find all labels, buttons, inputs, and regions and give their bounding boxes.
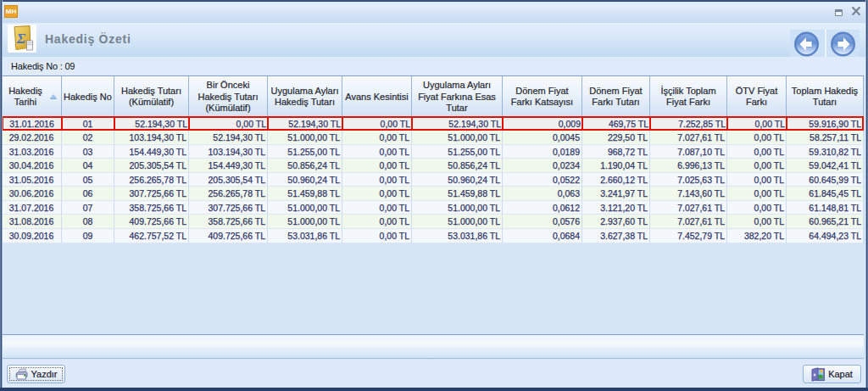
svg-text:Σ: Σ — [16, 31, 26, 47]
